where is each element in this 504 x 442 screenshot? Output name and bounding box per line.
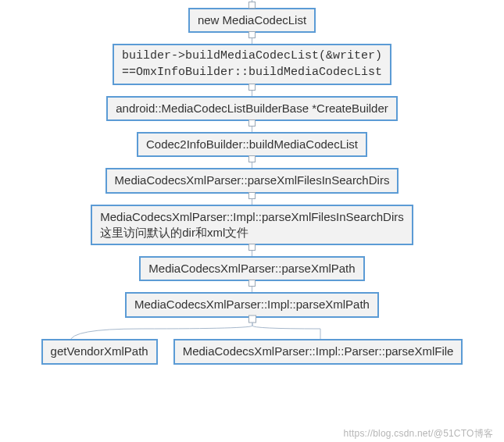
node-parsexmlpath: MediaCodecsXmlParser::parseXmlPath (139, 256, 364, 281)
node-getvendorxmlpath: getVendorXmlPath (41, 339, 158, 364)
watermark-text: https://blog.csdn.net/@51CTO博客 (344, 427, 493, 440)
node-impl-parsexmlpath: MediaCodecsXmlParser::Impl::parseXmlPath (125, 292, 379, 317)
entry-connector (252, 0, 252, 8)
connector (252, 157, 252, 168)
connector (252, 121, 252, 132)
node-parser-parsexmlfile: MediaCodecsXmlParser::Impl::Parser::pars… (173, 339, 463, 364)
node-codec2infobuilder: Codec2InfoBuilder::buildMediaCodecList (137, 132, 367, 157)
connector (252, 33, 252, 44)
node-impl-parsexmlfilesinsearchdirs: MediaCodecsXmlParser::Impl::parseXmlFile… (91, 205, 413, 246)
node-new-mediacodeclist: new MediaCodecList (188, 8, 316, 33)
node-builder-buildmediacodeclist: builder->buildMediaCodecList(&writer) ==… (113, 44, 391, 85)
node-createbuilder: android::MediaCodecListBuilderBase *Crea… (106, 96, 398, 121)
connector (252, 281, 252, 292)
fork-area: getVendorXmlPath MediaCodecsXmlParser::I… (0, 318, 504, 365)
svg-rect-0 (249, 315, 256, 323)
node-parsexmlfilesinsearchdirs: MediaCodecsXmlParser::parseXmlFilesInSea… (105, 168, 399, 193)
connector (252, 245, 252, 256)
connector (252, 85, 252, 96)
flow-diagram: new MediaCodecList builder->buildMediaCo… (0, 0, 504, 365)
connector (252, 194, 252, 205)
